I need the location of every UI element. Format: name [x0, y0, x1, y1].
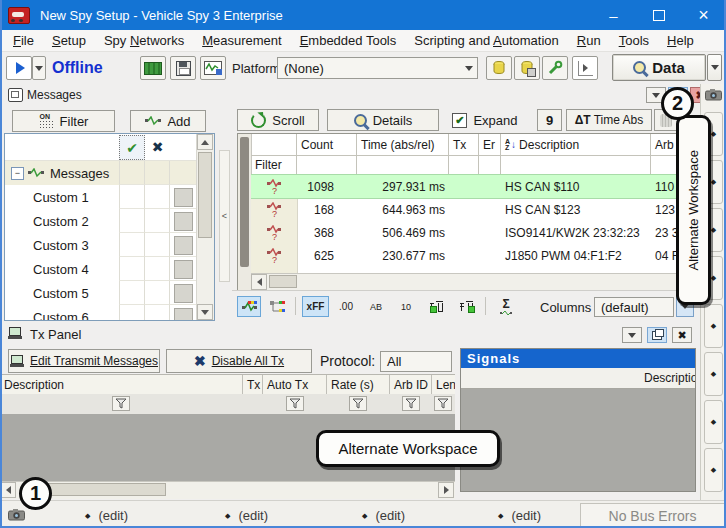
menu-item-scripting-and-automation[interactable]: Scripting and Automation [405, 31, 568, 50]
uncheck-cell[interactable] [144, 209, 170, 233]
time-abs-button[interactable]: ΔT Time Abs [566, 109, 652, 131]
status-edit-slot[interactable]: ◆(edit) [498, 508, 541, 523]
message-row[interactable]: ?1098297.931 msHS CAN $110110 [251, 175, 698, 198]
color-cell[interactable] [169, 233, 198, 257]
scrollbar-thumb[interactable] [240, 137, 249, 267]
filter-funnel-button[interactable] [349, 396, 367, 411]
database-save-button[interactable] [514, 56, 540, 80]
uncheck-cell[interactable] [144, 305, 170, 321]
disable-all-tx-button[interactable]: ✖ Disable All Tx [166, 349, 312, 373]
color-cell[interactable] [169, 209, 198, 233]
filter-funnel-button[interactable] [434, 396, 452, 411]
check-cell[interactable] [119, 233, 145, 257]
color-chip-button[interactable] [174, 284, 193, 303]
data-view-button[interactable]: Data [612, 54, 706, 81]
menu-item-setup[interactable]: Setup [43, 31, 95, 50]
scroll-up-button[interactable] [197, 134, 213, 150]
pane-close-button[interactable]: ✖ [672, 327, 692, 343]
scroll-button[interactable]: Scroll [237, 109, 319, 131]
column-header-time[interactable]: Time (abs/rel) [357, 134, 449, 156]
check-cell[interactable] [119, 281, 145, 305]
signals-column-header[interactable]: Description [461, 368, 695, 389]
add-button[interactable]: Add [130, 110, 206, 132]
tx-col-autotx[interactable]: Auto Tx [263, 375, 327, 395]
uncheck-cell[interactable] [144, 257, 170, 281]
alternate-workspace-tab[interactable]: Alternate Workspace [676, 115, 711, 305]
check-cell[interactable] [119, 305, 145, 321]
pane-restore-button[interactable] [647, 327, 667, 343]
decode-right-button[interactable] [453, 296, 479, 317]
tx-col-tx[interactable]: Tx [243, 375, 263, 395]
tree-signal-view-button[interactable] [265, 296, 289, 317]
run-dropdown[interactable] [32, 56, 46, 80]
columns-select[interactable]: (default) [594, 297, 674, 317]
scroll-left-button[interactable] [0, 482, 16, 498]
binary-display-button[interactable]: 10 [393, 296, 419, 317]
tx-col-len[interactable]: Len [432, 375, 455, 395]
filter-funnel-button[interactable] [112, 396, 130, 411]
filter-funnel-button[interactable] [286, 396, 304, 411]
table-left-scrollbar[interactable] [238, 134, 252, 290]
decimal-display-button[interactable]: .00 [333, 296, 359, 317]
color-chip-button[interactable] [174, 236, 193, 255]
uncheck-cell[interactable] [144, 185, 170, 209]
tx-col-rate[interactable]: Rate (s) [327, 375, 390, 395]
alternate-workspace-callout[interactable]: Alternate Workspace [316, 430, 500, 467]
tree-item-custom-5[interactable]: Custom 5 [5, 281, 214, 305]
dock-tab[interactable]: ◆ [704, 448, 723, 492]
options-button[interactable] [542, 56, 568, 80]
scrollbar-thumb[interactable] [269, 275, 297, 288]
filter-button[interactable]: ON Filter [12, 110, 115, 132]
scroll-down-button[interactable] [197, 304, 213, 320]
column-header-tx[interactable]: Tx [449, 134, 479, 156]
menu-item-help[interactable]: Help [658, 31, 703, 50]
message-row[interactable]: ?168644.963 msHS CAN $123123 [251, 198, 698, 221]
camera-icon[interactable] [8, 508, 25, 521]
menu-item-run[interactable]: Run [568, 31, 610, 50]
menu-item-tools[interactable]: Tools [610, 31, 658, 50]
run-button[interactable] [6, 56, 32, 80]
statistics-button[interactable]: Σ [492, 296, 520, 317]
filter-funnel-button[interactable] [402, 396, 420, 411]
scrollbar-thumb[interactable] [198, 152, 212, 238]
tree-item-custom-4[interactable]: Custom 4 [5, 257, 214, 281]
check-all-button[interactable]: ✔ [119, 135, 145, 160]
color-cell[interactable] [169, 281, 198, 305]
splitter-collapse-handle[interactable]: < [219, 150, 230, 282]
color-chip-button[interactable] [174, 188, 193, 207]
maximize-button[interactable] [636, 0, 681, 30]
edit-transmit-messages-button[interactable]: Edit Transmit Messages [8, 349, 160, 373]
color-cell[interactable] [169, 257, 198, 281]
uncheck-all-button[interactable]: ✖ [146, 135, 169, 158]
minimize-button[interactable]: – [591, 0, 636, 30]
check-cell[interactable] [119, 185, 145, 209]
panel-toggle-button[interactable] [572, 56, 598, 80]
details-button[interactable]: Details [327, 109, 439, 131]
ascii-display-button[interactable]: AB [363, 296, 389, 317]
byte-count-button[interactable]: 9 [537, 109, 562, 131]
tree-item-custom-3[interactable]: Custom 3 [5, 233, 214, 257]
column-header-er[interactable]: Er [479, 134, 501, 156]
camera-icon[interactable] [705, 88, 722, 101]
tx-col-arbid[interactable]: Arb ID [390, 375, 432, 395]
color-chip-button[interactable] [174, 212, 193, 231]
status-edit-slot[interactable]: ◆(edit) [225, 508, 268, 523]
check-cell[interactable] [119, 257, 145, 281]
column-header-count[interactable]: Count [297, 134, 357, 156]
menu-item-embedded-tools[interactable]: Embedded Tools [291, 31, 406, 50]
menu-item-spy-networks[interactable]: Spy Networks [95, 31, 193, 50]
status-edit-slot[interactable]: ◆(edit) [85, 508, 128, 523]
color-chip-button[interactable] [174, 260, 193, 279]
expand-checkbox[interactable]: ✔ Expand [447, 109, 523, 131]
table-hscrollbar[interactable] [251, 273, 698, 290]
decode-left-button[interactable] [423, 296, 449, 317]
tree-item-custom-1[interactable]: Custom 1 [5, 185, 214, 209]
column-header-icon[interactable] [251, 134, 297, 156]
dock-tab[interactable]: ◆ [704, 352, 723, 396]
scroll-left-button[interactable] [251, 274, 267, 290]
menu-item-file[interactable]: File [4, 31, 43, 50]
menu-item-measurement[interactable]: Measurement [193, 31, 291, 50]
uncheck-cell[interactable] [144, 233, 170, 257]
tree-item-custom-6[interactable]: Custom 6 [5, 305, 214, 321]
table-filter-row[interactable]: Filter [251, 156, 698, 175]
